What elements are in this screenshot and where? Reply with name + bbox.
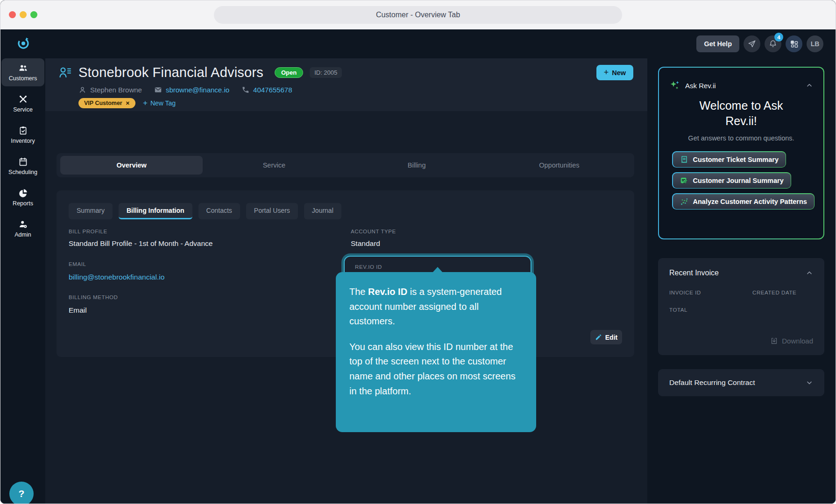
bell-icon (769, 40, 777, 48)
tab-service[interactable]: Service (203, 156, 345, 175)
notifications-button[interactable]: 4 (765, 35, 781, 52)
created-date-label: CREATED DATE (752, 290, 796, 295)
bill-profile-label: BILL PROFILE (69, 229, 107, 234)
tooltip-arrow (432, 267, 443, 273)
email-label: EMAIL (69, 261, 86, 267)
billing-method-value: Email (69, 306, 87, 315)
people-icon (18, 63, 28, 73)
send-button[interactable] (744, 35, 760, 52)
invoice-id-label: INVOICE ID (669, 290, 701, 295)
download-button[interactable]: Download (770, 337, 813, 345)
get-help-button[interactable]: Get Help (696, 35, 739, 52)
macos-titlebar: Customer - Overview Tab (0, 0, 836, 29)
plus-icon: + (143, 98, 148, 108)
help-fab-button[interactable]: ? (9, 482, 34, 504)
suggestion-customer-ticket-summary[interactable]: Customer Ticket Summary (672, 151, 786, 168)
recent-invoice-title: Recent Invoice (669, 269, 719, 277)
download-icon (770, 337, 778, 345)
customer-name: Stonebrook Financial Advisors (78, 65, 263, 80)
expand-contract-icon[interactable] (806, 379, 813, 386)
default-recurring-contract-panel[interactable]: Default Recurring Contract (658, 369, 824, 396)
revio-logo-icon (16, 36, 30, 50)
sparkles-icon (669, 80, 680, 91)
tooltip-paragraph-2: You can also view this ID number at the … (349, 340, 523, 399)
sidebar-item-scheduling[interactable]: Scheduling (1, 152, 44, 180)
subtab-journal[interactable]: Journal (304, 203, 341, 219)
tab-overview[interactable]: Overview (60, 156, 203, 175)
account-type-label: ACCOUNT TYPE (351, 229, 396, 234)
sidebar-item-reports[interactable]: Reports (1, 183, 44, 211)
remove-tag-icon[interactable]: ✕ (126, 100, 130, 106)
apps-menu-button[interactable] (786, 35, 802, 52)
top-navigation: Get Help 4 LB (0, 29, 836, 58)
notification-badge: 4 (774, 33, 783, 42)
ask-revii-title: Welcome to Ask Rev.ii! (659, 98, 823, 128)
clipboard-check-icon (18, 126, 28, 135)
total-label: TOTAL (669, 307, 813, 313)
apps-grid-icon (790, 40, 799, 49)
bill-profile-value: Standard Bill Profile - 1st of Month - A… (69, 239, 213, 248)
ask-revii-subtitle: Get answers to common questions. (659, 134, 823, 142)
revio-id-label: REV.IO ID (355, 264, 382, 270)
person-icon (78, 86, 86, 94)
pencil-icon (595, 334, 602, 341)
phone-icon (241, 86, 249, 94)
contact-phone-link[interactable]: 4047655678 (253, 86, 292, 94)
subtab-portal-users[interactable]: Portal Users (246, 203, 298, 219)
mail-icon (154, 86, 162, 94)
user-avatar[interactable]: LB (807, 35, 823, 52)
ticket-icon (680, 155, 688, 164)
app-window: Customer - Overview Tab Get Help 4 (0, 0, 836, 504)
send-icon (748, 40, 756, 48)
billing-email-link[interactable]: billing@stonebrookfinancial.io (69, 273, 164, 281)
walkthrough-tooltip: The Rev.io ID is a system-generated acco… (336, 272, 536, 432)
sidebar-item-service[interactable]: Service (1, 90, 44, 118)
edit-button[interactable]: Edit (590, 330, 622, 344)
status-badge: Open (275, 67, 303, 78)
suggestion-analyze-activity-patterns[interactable]: Analyze Customer Activity Patterns (672, 193, 815, 210)
contract-title: Default Recurring Contract (669, 378, 755, 387)
customer-id-chip: ID: 2005 (310, 67, 342, 78)
new-button[interactable]: +New (596, 65, 633, 80)
ask-revii-panel: Ask Rev.ii Welcome to Ask Rev.ii! Get an… (658, 67, 824, 239)
contact-name: Stephen Browne (90, 86, 142, 94)
subtab-contacts[interactable]: Contacts (198, 203, 240, 219)
sidebar-item-customers[interactable]: Customers (1, 58, 44, 86)
tooltip-paragraph-1: The Rev.io ID is a system-generated acco… (349, 285, 523, 329)
collapse-invoice-icon[interactable] (806, 269, 813, 277)
tab-billing[interactable]: Billing (346, 156, 488, 175)
new-tag-button[interactable]: + New Tag (143, 98, 176, 108)
sidebar-item-inventory[interactable]: Inventory (1, 121, 44, 149)
sidebar-item-admin[interactable]: Admin (1, 215, 44, 243)
zoom-window-button[interactable] (30, 11, 37, 18)
subtab-summary[interactable]: Summary (69, 203, 113, 219)
account-type-value: Standard (351, 239, 380, 248)
customer-profile-icon (58, 65, 72, 79)
ask-revii-header: Ask Rev.ii (685, 82, 716, 90)
subtab-billing-information[interactable]: Billing Information (119, 203, 192, 219)
close-window-button[interactable] (9, 11, 16, 18)
tab-opportunities[interactable]: Opportunities (488, 156, 631, 175)
admin-person-icon (18, 219, 28, 229)
plus-icon: + (604, 68, 609, 77)
collapse-ask-icon[interactable] (806, 82, 813, 89)
billing-method-label: BILLING METHOD (69, 294, 118, 300)
tools-icon (18, 94, 28, 104)
window-title: Customer - Overview Tab (214, 6, 622, 24)
recent-invoice-panel: Recent Invoice INVOICE ID CREATED DATE T… (658, 258, 824, 355)
pie-chart-icon (18, 188, 28, 198)
journal-pen-icon (680, 176, 688, 185)
minimize-window-button[interactable] (20, 11, 27, 18)
calendar-icon (18, 157, 28, 167)
vip-customer-tag[interactable]: VIP Customer ✕ (78, 98, 135, 108)
suggestion-customer-journal-summary[interactable]: Customer Journal Summary (672, 172, 791, 189)
customer-header: Stonebrook Financial Advisors Open ID: 2… (45, 58, 647, 111)
sidebar: Customers Service Inventory Scheduling R… (0, 58, 45, 504)
main-tabbar: Overview Service Billing Opportunities (57, 153, 634, 177)
scatter-dots-icon (680, 197, 688, 206)
contact-email-link[interactable]: sbrowne@finance.io (166, 86, 229, 94)
